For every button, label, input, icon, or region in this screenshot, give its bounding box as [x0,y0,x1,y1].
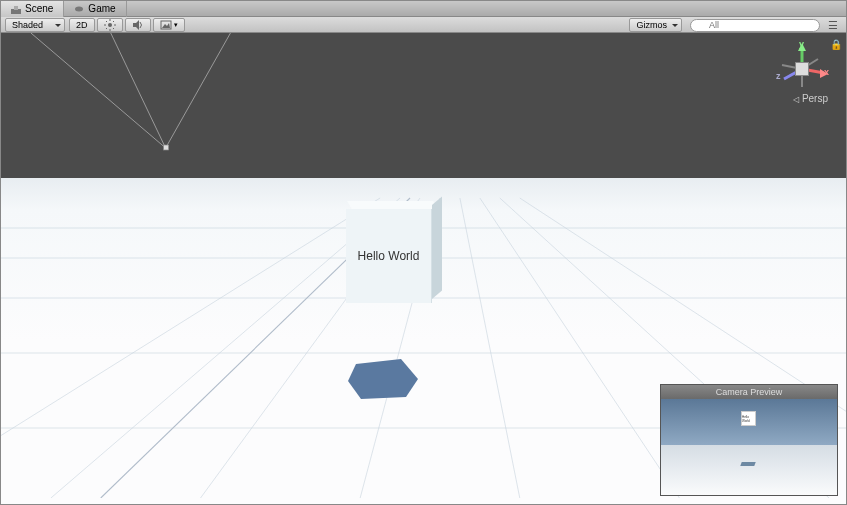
svg-point-3 [108,23,112,27]
mode-2d-toggle[interactable]: 2D [69,18,95,32]
scene-cube-object[interactable]: Hello World [346,201,446,303]
svg-line-11 [113,21,114,22]
camera-preview-panel[interactable]: Camera Preview Hello World [660,384,838,496]
game-tab-icon [74,4,84,14]
audio-icon [132,19,144,31]
svg-line-9 [113,28,114,29]
tab-scene-label: Scene [25,3,53,14]
search-wrap [690,19,820,32]
toolbar-right: Gizmos ☰ [629,18,842,32]
svg-point-2 [75,6,83,11]
lighting-toggle[interactable] [97,18,123,32]
fx-toggle[interactable]: ▾ [153,18,185,32]
sun-icon [104,19,116,31]
shading-mode-label: Shaded [12,20,43,30]
mode-2d-label: 2D [76,20,88,30]
tab-game-label: Game [88,3,115,14]
preview-cube: Hello World [741,411,756,426]
cube-shadow [346,349,426,404]
svg-rect-1 [14,6,18,10]
svg-marker-12 [133,20,139,30]
scene-tab-icon [11,4,21,14]
cube-text: Hello World [358,249,420,263]
cube-front-face: Hello World [346,209,432,303]
camera-preview-body: Hello World [661,399,837,495]
gizmos-dropdown[interactable]: Gizmos [629,18,682,32]
shading-mode-dropdown[interactable]: Shaded [5,18,65,32]
gizmo-x-label: x [824,67,829,77]
svg-line-10 [106,28,107,29]
gizmo-y-label: y [799,39,804,49]
gizmo-z-label: z [776,71,781,81]
preview-shadow [740,462,755,466]
preview-ground [661,445,837,495]
projection-label[interactable]: ◁ Persp [793,93,828,104]
camera-preview-title: Camera Preview [661,385,837,399]
scene-toolbar: Shaded 2D ▾ Gizmos ☰ [1,17,846,33]
orientation-gizmo[interactable]: y x z [774,41,830,97]
audio-toggle[interactable] [125,18,151,32]
image-icon [160,19,172,31]
tab-bar: Scene Game [1,1,846,17]
svg-line-8 [106,21,107,22]
panel-options-icon[interactable]: ☰ [824,19,842,32]
tab-game[interactable]: Game [64,1,126,17]
gizmo-lock-icon[interactable]: 🔒 [830,39,842,50]
search-input[interactable] [690,19,820,32]
gizmos-label: Gizmos [636,20,667,30]
cube-right-face [432,197,442,299]
svg-marker-35 [348,359,418,399]
tab-scene[interactable]: Scene [1,1,64,17]
scene-viewport[interactable]: Hello World y x z 🔒 ◁ Persp Camera Previ… [1,33,846,504]
gizmo-center[interactable] [795,62,809,76]
svg-marker-14 [162,23,170,28]
